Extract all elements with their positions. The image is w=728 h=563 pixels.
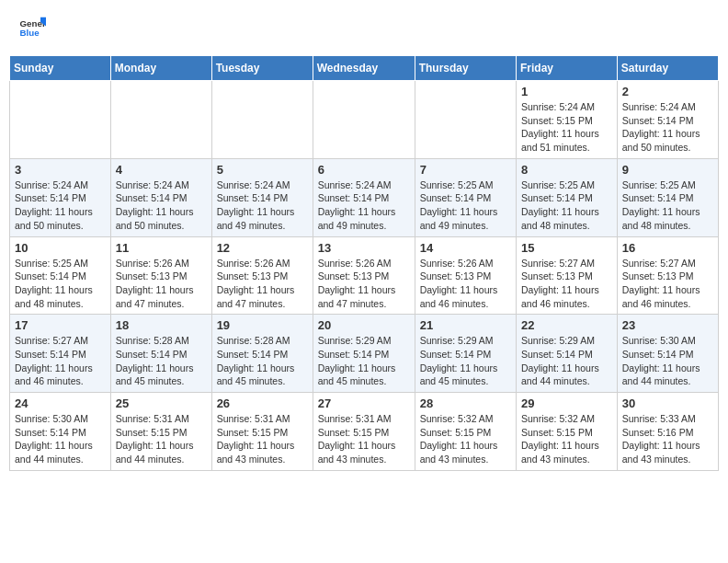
calendar-cell: 19Sunrise: 5:28 AM Sunset: 5:14 PM Dayli…	[211, 315, 313, 393]
day-info: Sunrise: 5:30 AM Sunset: 5:14 PM Dayligh…	[622, 334, 713, 388]
calendar-cell: 6Sunrise: 5:24 AM Sunset: 5:14 PM Daylig…	[313, 158, 415, 236]
calendar-week-3: 10Sunrise: 5:25 AM Sunset: 5:14 PM Dayli…	[10, 236, 719, 315]
calendar-cell	[415, 81, 516, 159]
calendar-cell: 16Sunrise: 5:27 AM Sunset: 5:13 PM Dayli…	[617, 236, 718, 315]
day-info: Sunrise: 5:32 AM Sunset: 5:15 PM Dayligh…	[521, 412, 612, 466]
calendar-cell: 26Sunrise: 5:31 AM Sunset: 5:15 PM Dayli…	[211, 393, 313, 471]
day-number: 18	[116, 318, 207, 332]
day-info: Sunrise: 5:24 AM Sunset: 5:14 PM Dayligh…	[116, 178, 207, 233]
day-number: 6	[318, 163, 410, 177]
day-number: 22	[521, 318, 612, 332]
day-info: Sunrise: 5:25 AM Sunset: 5:14 PM Dayligh…	[15, 257, 106, 311]
day-number: 2	[622, 85, 713, 98]
day-number: 20	[318, 318, 410, 332]
day-info: Sunrise: 5:27 AM Sunset: 5:14 PM Dayligh…	[15, 334, 106, 388]
calendar-table: SundayMondayTuesdayWednesdayThursdayFrid…	[9, 55, 719, 471]
day-info: Sunrise: 5:28 AM Sunset: 5:14 PM Dayligh…	[217, 334, 308, 388]
day-info: Sunrise: 5:26 AM Sunset: 5:13 PM Dayligh…	[318, 257, 410, 311]
day-number: 28	[420, 396, 511, 410]
day-number: 5	[217, 163, 308, 177]
calendar-cell: 20Sunrise: 5:29 AM Sunset: 5:14 PM Dayli…	[313, 315, 415, 393]
day-number: 21	[420, 318, 511, 332]
calendar-cell: 11Sunrise: 5:26 AM Sunset: 5:13 PM Dayli…	[110, 236, 211, 315]
calendar-cell: 13Sunrise: 5:26 AM Sunset: 5:13 PM Dayli…	[313, 236, 415, 315]
day-number: 17	[15, 318, 106, 332]
day-info: Sunrise: 5:25 AM Sunset: 5:14 PM Dayligh…	[622, 178, 713, 233]
calendar-cell: 1Sunrise: 5:24 AM Sunset: 5:15 PM Daylig…	[517, 81, 618, 159]
calendar-cell: 30Sunrise: 5:33 AM Sunset: 5:16 PM Dayli…	[617, 393, 718, 471]
calendar-cell	[110, 81, 211, 159]
day-number: 8	[521, 163, 612, 177]
day-info: Sunrise: 5:27 AM Sunset: 5:13 PM Dayligh…	[521, 257, 612, 311]
day-info: Sunrise: 5:30 AM Sunset: 5:14 PM Dayligh…	[15, 412, 106, 466]
header-tuesday: Tuesday	[211, 56, 313, 81]
calendar-cell: 12Sunrise: 5:26 AM Sunset: 5:13 PM Dayli…	[211, 236, 313, 315]
svg-text:Blue: Blue	[20, 28, 40, 38]
day-info: Sunrise: 5:28 AM Sunset: 5:14 PM Dayligh…	[116, 334, 207, 388]
page-header: General Blue	[9, 9, 719, 46]
day-number: 29	[521, 396, 612, 410]
calendar-cell: 5Sunrise: 5:24 AM Sunset: 5:14 PM Daylig…	[211, 158, 313, 236]
day-number: 13	[318, 241, 410, 255]
day-number: 23	[622, 318, 713, 332]
day-number: 4	[116, 163, 207, 177]
day-info: Sunrise: 5:29 AM Sunset: 5:14 PM Dayligh…	[521, 334, 612, 388]
day-info: Sunrise: 5:26 AM Sunset: 5:13 PM Dayligh…	[420, 257, 511, 311]
calendar-cell: 15Sunrise: 5:27 AM Sunset: 5:13 PM Dayli…	[517, 236, 618, 315]
calendar-cell: 17Sunrise: 5:27 AM Sunset: 5:14 PM Dayli…	[10, 315, 111, 393]
day-info: Sunrise: 5:31 AM Sunset: 5:15 PM Dayligh…	[217, 412, 308, 466]
day-info: Sunrise: 5:26 AM Sunset: 5:13 PM Dayligh…	[217, 257, 308, 311]
day-info: Sunrise: 5:31 AM Sunset: 5:15 PM Dayligh…	[318, 412, 410, 466]
day-info: Sunrise: 5:29 AM Sunset: 5:14 PM Dayligh…	[420, 334, 511, 388]
logo-icon: General Blue	[18, 14, 46, 41]
day-info: Sunrise: 5:32 AM Sunset: 5:15 PM Dayligh…	[420, 412, 511, 466]
calendar-cell: 27Sunrise: 5:31 AM Sunset: 5:15 PM Dayli…	[313, 393, 415, 471]
day-number: 3	[15, 163, 106, 177]
calendar-cell: 25Sunrise: 5:31 AM Sunset: 5:15 PM Dayli…	[110, 393, 211, 471]
calendar-cell: 22Sunrise: 5:29 AM Sunset: 5:14 PM Dayli…	[517, 315, 618, 393]
calendar-cell: 28Sunrise: 5:32 AM Sunset: 5:15 PM Dayli…	[415, 393, 516, 471]
day-info: Sunrise: 5:25 AM Sunset: 5:14 PM Dayligh…	[521, 178, 612, 233]
day-number: 19	[217, 318, 308, 332]
day-number: 27	[318, 396, 410, 410]
day-number: 15	[521, 241, 612, 255]
header-monday: Monday	[110, 56, 211, 81]
calendar-cell: 4Sunrise: 5:24 AM Sunset: 5:14 PM Daylig…	[110, 158, 211, 236]
day-number: 26	[217, 396, 308, 410]
header-wednesday: Wednesday	[313, 56, 415, 81]
day-info: Sunrise: 5:27 AM Sunset: 5:13 PM Dayligh…	[622, 257, 713, 311]
day-number: 16	[622, 241, 713, 255]
calendar-week-1: 1Sunrise: 5:24 AM Sunset: 5:15 PM Daylig…	[10, 81, 719, 159]
calendar-cell: 10Sunrise: 5:25 AM Sunset: 5:14 PM Dayli…	[10, 236, 111, 315]
day-number: 1	[521, 85, 612, 98]
day-number: 12	[217, 241, 308, 255]
day-number: 14	[420, 241, 511, 255]
calendar-cell: 3Sunrise: 5:24 AM Sunset: 5:14 PM Daylig…	[10, 158, 111, 236]
day-number: 11	[116, 241, 207, 255]
header-saturday: Saturday	[617, 56, 718, 81]
day-info: Sunrise: 5:24 AM Sunset: 5:14 PM Dayligh…	[217, 178, 308, 233]
calendar-cell: 21Sunrise: 5:29 AM Sunset: 5:14 PM Dayli…	[415, 315, 516, 393]
day-number: 7	[420, 163, 511, 177]
day-info: Sunrise: 5:24 AM Sunset: 5:15 PM Dayligh…	[521, 100, 612, 155]
calendar-header-row: SundayMondayTuesdayWednesdayThursdayFrid…	[10, 56, 719, 81]
day-info: Sunrise: 5:26 AM Sunset: 5:13 PM Dayligh…	[116, 257, 207, 311]
calendar-cell	[211, 81, 313, 159]
calendar-cell: 23Sunrise: 5:30 AM Sunset: 5:14 PM Dayli…	[617, 315, 718, 393]
calendar-cell: 24Sunrise: 5:30 AM Sunset: 5:14 PM Dayli…	[10, 393, 111, 471]
day-number: 9	[622, 163, 713, 177]
calendar-cell	[10, 81, 111, 159]
day-info: Sunrise: 5:29 AM Sunset: 5:14 PM Dayligh…	[318, 334, 410, 388]
day-info: Sunrise: 5:24 AM Sunset: 5:14 PM Dayligh…	[622, 100, 713, 155]
calendar-cell: 2Sunrise: 5:24 AM Sunset: 5:14 PM Daylig…	[617, 81, 718, 159]
calendar-cell: 29Sunrise: 5:32 AM Sunset: 5:15 PM Dayli…	[517, 393, 618, 471]
header-friday: Friday	[517, 56, 618, 81]
logo: General Blue	[18, 14, 50, 41]
header-thursday: Thursday	[415, 56, 516, 81]
day-info: Sunrise: 5:24 AM Sunset: 5:14 PM Dayligh…	[318, 178, 410, 233]
day-number: 24	[15, 396, 106, 410]
calendar-week-2: 3Sunrise: 5:24 AM Sunset: 5:14 PM Daylig…	[10, 158, 719, 236]
day-number: 30	[622, 396, 713, 410]
day-info: Sunrise: 5:25 AM Sunset: 5:14 PM Dayligh…	[420, 178, 511, 233]
header-sunday: Sunday	[10, 56, 111, 81]
